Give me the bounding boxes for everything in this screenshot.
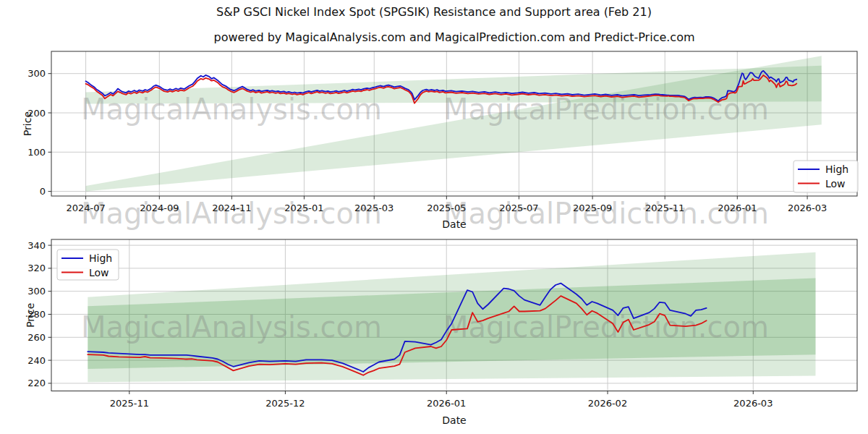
top-chart-x-tick-label: 2024-11 bbox=[212, 203, 251, 213]
top-chart-x-axis-label: Date bbox=[442, 218, 466, 230]
top-chart-x-tick-label: 2025-09 bbox=[573, 203, 612, 213]
watermark-text: MagicalPrediction.com bbox=[443, 197, 769, 230]
top-chart-y-tick-label: 100 bbox=[27, 147, 46, 158]
watermark-text: MagicalAnalysis.com bbox=[81, 310, 382, 344]
bottom-chart-y-tick-label: 320 bbox=[27, 263, 46, 273]
watermark-text: MagicalPrediction.com bbox=[443, 310, 769, 344]
bottom-chart-legend-low-label: Low bbox=[89, 267, 109, 278]
bottom-chart-x-tick-label: 2025-12 bbox=[265, 398, 305, 409]
figure-canvas: MagicalAnalysis.comMagicalPrediction.com… bbox=[0, 0, 868, 434]
top-chart-y-tick-label: 0 bbox=[40, 186, 46, 197]
bottom-chart-legend: HighLow bbox=[57, 250, 119, 280]
bottom-chart-y-tick-label: 340 bbox=[27, 240, 46, 251]
bottom-chart-x-tick-label: 2025-11 bbox=[110, 398, 149, 409]
top-chart-x-tick-label: 2024-07 bbox=[66, 203, 105, 213]
top-chart-legend-low-label: Low bbox=[825, 178, 846, 190]
top-chart-x-tick-label: 2025-01 bbox=[284, 203, 323, 213]
bottom-chart-y-tick-label: 300 bbox=[27, 286, 46, 297]
figure: S&P GSCI Nickel Index Spot (SPGSIK) Resi… bbox=[0, 0, 868, 434]
top-chart-x-tick-label: 2025-11 bbox=[645, 203, 684, 213]
bottom-chart-y-tick-label: 240 bbox=[27, 355, 46, 366]
top-chart-x-tick-label: 2026-03 bbox=[788, 203, 827, 213]
top-chart-y-tick-label: 300 bbox=[27, 68, 46, 79]
watermark-text: MagicalAnalysis.com bbox=[81, 93, 382, 126]
top-chart-x-tick-label: 2024-09 bbox=[140, 203, 179, 213]
top-chart-x-tick-label: 2025-03 bbox=[354, 203, 393, 213]
top-chart-legend: HighLow bbox=[793, 161, 858, 192]
watermark-text: MagicalPrediction.com bbox=[443, 93, 769, 126]
watermark-text: MagicalAnalysis.com bbox=[81, 197, 382, 230]
top-chart-x-tick-label: 2025-07 bbox=[499, 203, 538, 213]
top-chart-x-tick-label: 2026-01 bbox=[718, 203, 757, 213]
bottom-chart-y-tick-label: 220 bbox=[27, 378, 46, 388]
top-chart-y-axis-label: Price bbox=[22, 111, 33, 136]
top-chart-legend-high-label: High bbox=[825, 163, 848, 175]
bottom-chart-x-tick-label: 2026-01 bbox=[427, 398, 466, 409]
top-chart-x-tick-label: 2025-05 bbox=[427, 203, 466, 213]
bottom-chart-y-tick-label: 260 bbox=[27, 332, 46, 343]
bottom-chart-legend-high-label: High bbox=[89, 252, 112, 264]
bottom-chart-y-axis-label: Price bbox=[25, 303, 36, 328]
bottom-chart-x-axis-label: Date bbox=[442, 414, 466, 426]
bottom-chart-x-tick-label: 2026-02 bbox=[588, 398, 627, 409]
bottom-chart-x-tick-label: 2026-03 bbox=[733, 398, 773, 409]
